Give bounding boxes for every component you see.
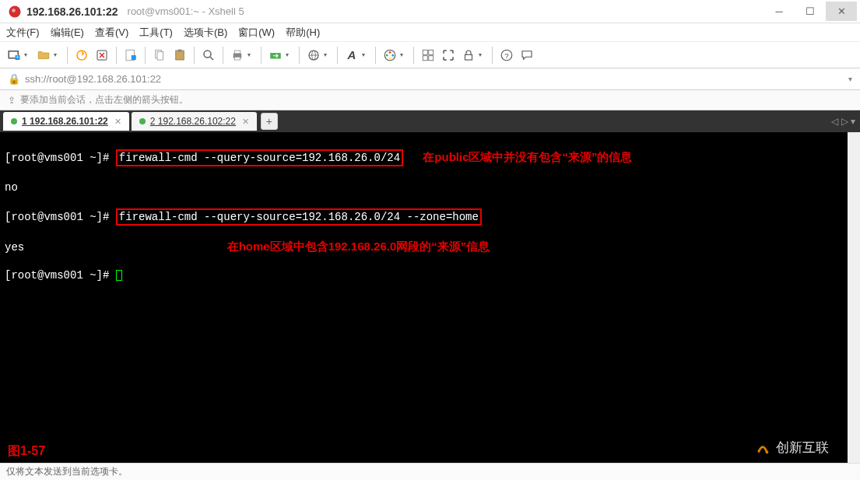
svg-point-27	[391, 54, 394, 56]
lock-icon: 🔒	[8, 73, 20, 85]
dropdown-icon[interactable]: ▾	[362, 51, 368, 58]
window-title: 192.168.26.101:22	[26, 5, 118, 18]
minimize-button[interactable]: ─	[763, 2, 795, 21]
color-button[interactable]	[381, 46, 399, 65]
font-button[interactable]: A	[342, 46, 361, 65]
globe-button[interactable]	[304, 46, 323, 65]
dropdown-icon[interactable]: ▾	[24, 51, 30, 58]
properties-button[interactable]	[121, 46, 140, 65]
xftp-button[interactable]	[266, 46, 285, 65]
menu-file[interactable]: 文件(F)	[6, 26, 40, 40]
menu-edit[interactable]: 编辑(E)	[51, 26, 84, 40]
find-button[interactable]	[199, 46, 218, 65]
separator	[194, 47, 195, 64]
svg-point-15	[204, 51, 211, 58]
annotation-text: 在public区域中并没有包含“来源”的信息	[423, 150, 632, 163]
separator	[375, 47, 376, 64]
statusbar: 仅将文本发送到当前选项卡。	[0, 463, 860, 480]
svg-point-36	[766, 451, 769, 454]
dropdown-icon[interactable]: ▾	[286, 51, 292, 58]
svg-point-25	[389, 51, 391, 53]
addressbar[interactable]: 🔒 ssh://root@192.168.26.101:22 ▾	[0, 68, 860, 90]
watermark-logo-icon	[754, 439, 771, 457]
help-button[interactable]: ?	[497, 46, 516, 65]
fullscreen-button[interactable]	[439, 46, 458, 65]
hint-arrow-icon[interactable]: ⇪	[8, 95, 16, 106]
paste-button[interactable]	[170, 46, 189, 65]
terminal[interactable]: [root@vms001 ~]# firewall-cmd --query-so…	[0, 132, 860, 463]
dropdown-icon[interactable]: ▾	[400, 51, 406, 58]
tab-index: 2	[150, 116, 156, 127]
close-button[interactable]: ✕	[826, 2, 857, 21]
layout-button[interactable]	[419, 46, 437, 65]
menu-tools[interactable]: 工具(T)	[139, 26, 173, 40]
add-tab-button[interactable]: +	[261, 113, 278, 130]
address-url: ssh://root@192.168.26.101:22	[25, 73, 161, 85]
terminal-output: yes	[5, 241, 24, 254]
hint-bar: ⇪ 要添加当前会话，点击左侧的箭头按钮。	[0, 90, 860, 110]
dropdown-icon[interactable]: ▾	[54, 51, 60, 58]
svg-line-16	[210, 57, 213, 60]
reconnect-button[interactable]	[72, 46, 91, 65]
dropdown-icon[interactable]: ▾	[479, 51, 485, 58]
svg-rect-19	[234, 57, 240, 60]
status-dot-icon	[11, 118, 17, 124]
menu-help[interactable]: 帮助(H)	[286, 26, 320, 40]
prompt: [root@vms001 ~]#	[5, 152, 116, 164]
toolbar: + ▾ ▾ ▾ ▾ ▾ A ▾ ▾ ▾ ?	[0, 42, 860, 68]
svg-rect-32	[429, 55, 434, 60]
separator	[337, 47, 338, 64]
svg-rect-31	[423, 55, 427, 60]
open-button[interactable]	[34, 46, 53, 65]
status-text: 仅将文本发送到当前选项卡。	[6, 465, 128, 478]
copy-button[interactable]	[150, 46, 169, 65]
maximize-button[interactable]: ☐	[795, 2, 826, 21]
svg-point-28	[389, 57, 391, 59]
separator	[299, 47, 300, 64]
separator	[492, 47, 493, 64]
dropdown-icon[interactable]: ▾	[247, 51, 254, 58]
titlebar: 192.168.26.101:22 root@vms001:~ - Xshell…	[0, 0, 860, 23]
highlighted-command: firewall-cmd --query-source=192.168.26.0…	[116, 149, 403, 166]
svg-rect-18	[234, 51, 240, 54]
svg-rect-10	[132, 55, 136, 60]
svg-point-26	[386, 54, 388, 56]
disconnect-button[interactable]	[93, 46, 111, 65]
hint-text: 要添加当前会话，点击左侧的箭头按钮。	[20, 93, 188, 107]
session-tab[interactable]: 1 192.168.26.101:22 ✕	[3, 112, 129, 131]
svg-text:+: +	[16, 54, 19, 60]
tab-close-button[interactable]: ✕	[114, 117, 121, 127]
svg-rect-14	[178, 49, 182, 51]
tab-nav[interactable]: ◁ ▷ ▾	[831, 116, 855, 127]
terminal-output: no	[5, 180, 843, 194]
prompt: [root@vms001 ~]#	[5, 211, 116, 223]
window-subtitle: root@vms001:~ - Xshell 5	[128, 5, 244, 17]
highlighted-command: firewall-cmd --query-source=192.168.26.0…	[116, 208, 482, 226]
cursor-icon	[116, 270, 122, 281]
tab-bar: 1 192.168.26.101:22 ✕ 2 192.168.26.102:2…	[0, 110, 860, 132]
watermark-text: 创新互联	[776, 441, 829, 455]
app-icon	[8, 5, 22, 19]
new-session-button[interactable]: +	[5, 46, 23, 65]
svg-rect-13	[176, 51, 184, 60]
session-tab[interactable]: 2 192.168.26.102:22 ✕	[132, 112, 257, 131]
svg-rect-30	[429, 50, 434, 54]
tab-label: 192.168.26.101:22	[30, 116, 108, 127]
separator	[145, 47, 146, 64]
separator	[67, 47, 68, 64]
tab-close-button[interactable]: ✕	[242, 117, 249, 127]
menu-tabs[interactable]: 选项卡(B)	[184, 26, 227, 40]
window-controls: ─ ☐ ✕	[763, 2, 857, 21]
separator	[116, 47, 117, 64]
dropdown-icon[interactable]: ▾	[848, 75, 852, 83]
print-button[interactable]	[228, 46, 247, 65]
menu-window[interactable]: 窗口(W)	[238, 26, 275, 40]
dropdown-icon[interactable]: ▾	[324, 51, 330, 58]
tab-label: 192.168.26.102:22	[158, 116, 236, 127]
lock-button[interactable]	[459, 46, 478, 65]
prompt: [root@vms001 ~]#	[5, 269, 116, 282]
menu-view[interactable]: 查看(V)	[95, 26, 128, 40]
separator	[413, 47, 414, 64]
chat-button[interactable]	[518, 46, 536, 65]
annotation-text: 在home区域中包含192.168.26.0网段的“来源”信息	[227, 240, 490, 253]
